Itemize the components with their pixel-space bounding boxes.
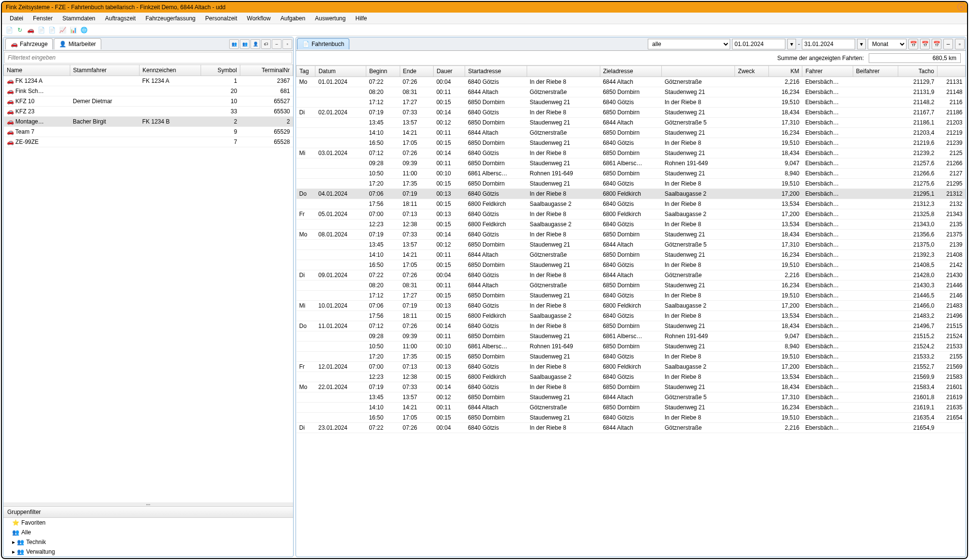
menu-auswertung[interactable]: Auswertung bbox=[310, 14, 350, 23]
btn-max[interactable]: ▫ bbox=[282, 39, 292, 49]
menu-stammdaten[interactable]: Stammdaten bbox=[58, 14, 100, 23]
trip-col-5[interactable]: Startadresse bbox=[465, 66, 527, 77]
date-to[interactable] bbox=[802, 39, 855, 49]
menu-datei[interactable]: Datei bbox=[5, 14, 28, 23]
tab-mitarbeiter[interactable]: 👤Mitarbeiter bbox=[54, 38, 101, 49]
trip-row[interactable]: 13:4513:5700:126850 DornbirnStaudenweg 2… bbox=[297, 118, 966, 128]
period-select[interactable]: Monat bbox=[868, 39, 906, 49]
trip-row[interactable]: Mo22.01.202407:1907:3300:146840 GötzisIn… bbox=[297, 382, 966, 392]
col-TerminalNr[interactable]: TerminalNr bbox=[240, 65, 293, 76]
vehicle-row[interactable]: 🚗 Team 7965529 bbox=[4, 127, 293, 137]
trip-row[interactable]: Di23.01.202407:2207:2600:046840 GötzisIn… bbox=[297, 423, 966, 433]
trip-col-0[interactable]: Tag bbox=[297, 66, 315, 77]
trip-row[interactable]: 17:2017:3500:156850 DornbirnStaudenweg 2… bbox=[297, 352, 966, 362]
trip-row[interactable]: 17:1217:2700:156850 DornbirnStaudenweg 2… bbox=[297, 291, 966, 301]
vehicle-table[interactable]: NameStammfahrerKennzeichenSymbolTerminal… bbox=[3, 64, 293, 147]
trip-row[interactable]: Mo01.01.202407:2207:2600:046840 GötzisIn… bbox=[297, 77, 966, 87]
group-verwaltung[interactable]: ▸ 👥 Verwaltung bbox=[3, 547, 293, 557]
cal-prev-icon[interactable]: 📅 bbox=[920, 39, 930, 49]
vehicle-row[interactable]: 🚗 KFZ 233365530 bbox=[4, 107, 293, 117]
titlebar[interactable]: Fink Zeitsysteme - FZE - Fahrtenbuch tab… bbox=[2, 2, 967, 13]
expand-icon[interactable]: ▫ bbox=[955, 39, 965, 49]
tab-fahrtenbuch[interactable]: 📄Fahrtenbuch bbox=[297, 38, 349, 49]
filter-input[interactable] bbox=[4, 52, 292, 63]
group-technik[interactable]: ▸ 👥 Technik bbox=[3, 537, 293, 547]
trip-col-13[interactable]: Tacho bbox=[898, 66, 937, 77]
trip-row[interactable]: 08:2008:3100:116844 AltachGötznerstraße6… bbox=[297, 280, 966, 291]
trip-row[interactable]: Do04.01.202407:0607:1900:136840 GötzisIn… bbox=[297, 189, 966, 199]
trip-col-6[interactable] bbox=[527, 66, 600, 77]
group-favoriten[interactable]: ⭐ Favoriten bbox=[3, 518, 293, 528]
trip-row[interactable]: Fr12.01.202407:0007:1300:136840 GötzisIn… bbox=[297, 362, 966, 372]
vehicle-row[interactable]: 🚗 Montage…Bacher BirgitFK 1234 B22 bbox=[4, 117, 293, 127]
trip-col-14[interactable] bbox=[937, 66, 965, 77]
trip-row[interactable]: Fr05.01.202407:0007:1300:136840 GötzisIn… bbox=[297, 209, 966, 219]
col-Symbol[interactable]: Symbol bbox=[201, 65, 240, 76]
trip-row[interactable]: 17:5618:1100:156800 FeldkirchSaalbaugass… bbox=[297, 311, 966, 321]
vehicle-row[interactable]: 🚗 Fink Sch…20681 bbox=[4, 86, 293, 96]
trip-col-10[interactable]: KM bbox=[768, 66, 802, 77]
trip-row[interactable]: 14:1014:2100:116844 AltachGötznerstraße6… bbox=[297, 250, 966, 260]
btn-person[interactable]: 👤 bbox=[250, 39, 260, 49]
trip-row[interactable]: Di09.01.202407:2207:2600:046840 GötzisIn… bbox=[297, 270, 966, 280]
btn-tag[interactable]: 🏷 bbox=[261, 39, 271, 49]
vehicle-row[interactable]: 🚗 ZE-99ZE765528 bbox=[4, 137, 293, 147]
doc-icon[interactable]: 📄 bbox=[37, 26, 46, 34]
trip-col-4[interactable]: Dauer bbox=[434, 66, 465, 77]
trip-row[interactable]: 17:5618:1100:156800 FeldkirchSaalbaugass… bbox=[297, 199, 966, 209]
trip-col-8[interactable] bbox=[662, 66, 735, 77]
date-from[interactable] bbox=[732, 39, 785, 49]
vehicle-row[interactable]: 🚗 FK 1234 AFK 1234 A12367 bbox=[4, 76, 293, 86]
trip-row[interactable]: 09:2809:3900:116850 DornbirnStaudenweg 2… bbox=[297, 331, 966, 342]
trip-row[interactable]: 13:4513:5700:126850 DornbirnStaudenweg 2… bbox=[297, 240, 966, 250]
col-Name[interactable]: Name bbox=[4, 65, 70, 76]
trip-col-1[interactable]: Datum bbox=[315, 66, 366, 77]
menu-hilfe[interactable]: Hilfe bbox=[350, 14, 372, 23]
trip-col-9[interactable]: Zweck bbox=[735, 66, 769, 77]
trip-col-3[interactable]: Ende bbox=[400, 66, 434, 77]
trip-row[interactable]: 14:1014:2100:116844 AltachGötznerstraße6… bbox=[297, 128, 966, 138]
globe-icon[interactable]: 🌐 bbox=[79, 26, 88, 34]
trip-row[interactable]: Di02.01.202407:1907:3300:146840 GötzisIn… bbox=[297, 108, 966, 118]
cal-today-icon[interactable]: 📅 bbox=[908, 39, 918, 49]
trip-row[interactable]: 10:5011:0000:106861 Albersc…Rohnen 191-6… bbox=[297, 342, 966, 352]
menu-fenster[interactable]: Fenster bbox=[28, 14, 58, 23]
col-Stammfahrer[interactable]: Stammfahrer bbox=[70, 65, 139, 76]
vehicle-row[interactable]: 🚗 KFZ 10Demer Dietmar1065527 bbox=[4, 96, 293, 107]
trip-row[interactable]: 09:2809:3900:116850 DornbirnStaudenweg 2… bbox=[297, 158, 966, 169]
trip-row[interactable]: 10:5011:0000:106861 Albersc…Rohnen 191-6… bbox=[297, 169, 966, 179]
trip-row[interactable]: Mi03.01.202407:1207:2600:146840 GötzisIn… bbox=[297, 148, 966, 158]
tab-fahrzeuge[interactable]: 🚗Fahrzeuge bbox=[5, 38, 53, 49]
menu-personalzeit[interactable]: Personalzeit bbox=[201, 14, 242, 23]
date-from-down[interactable]: ▾ bbox=[787, 39, 796, 49]
col-Kennzeichen[interactable]: Kennzeichen bbox=[140, 65, 201, 76]
trip-row[interactable]: 14:1014:2100:116844 AltachGötznerstraße6… bbox=[297, 403, 966, 413]
close-icon[interactable]: ✕ bbox=[957, 3, 965, 11]
trip-row[interactable]: 08:2008:3100:116844 AltachGötznerstraße6… bbox=[297, 87, 966, 97]
cal-next-icon[interactable]: 📅 bbox=[932, 39, 941, 49]
menu-auftragszeit[interactable]: Auftragszeit bbox=[100, 14, 141, 23]
bar-chart-icon[interactable]: 📊 bbox=[69, 26, 78, 34]
group-alle[interactable]: 👥 Alle bbox=[3, 528, 293, 537]
refresh-icon[interactable]: ↻ bbox=[16, 26, 24, 34]
trip-row[interactable]: 13:4513:5700:126850 DornbirnStaudenweg 2… bbox=[297, 392, 966, 403]
trip-col-2[interactable]: Beginn bbox=[366, 66, 400, 77]
trip-row[interactable]: Mo08.01.202407:1907:3300:146840 GötzisIn… bbox=[297, 230, 966, 240]
trip-row[interactable]: 12:2312:3800:156800 FeldkirchSaalbaugass… bbox=[297, 219, 966, 230]
date-to-down[interactable]: ▾ bbox=[857, 39, 866, 49]
trip-row[interactable]: 16:5017:0500:156850 DornbirnStaudenweg 2… bbox=[297, 138, 966, 148]
trip-col-7[interactable]: Zieladresse bbox=[600, 66, 662, 77]
trip-row[interactable]: 17:1217:2700:156850 DornbirnStaudenweg 2… bbox=[297, 97, 966, 108]
trip-row[interactable]: 16:5017:0500:156850 DornbirnStaudenweg 2… bbox=[297, 413, 966, 423]
collapse-icon[interactable]: – bbox=[943, 39, 953, 49]
btn-people1[interactable]: 👥 bbox=[229, 39, 239, 49]
trip-table[interactable]: TagDatumBeginnEndeDauerStartadresseZiela… bbox=[296, 65, 966, 433]
trip-col-11[interactable]: Fahrer bbox=[802, 66, 853, 77]
pdf-icon[interactable]: 📄 bbox=[5, 26, 14, 34]
splitter[interactable]: ▪▪▪ bbox=[3, 502, 293, 506]
menu-fahrzeugerfassung[interactable]: Fahrzeugerfassung bbox=[141, 14, 200, 23]
car-icon[interactable]: 🚗 bbox=[26, 26, 35, 34]
trip-row[interactable]: 17:2017:3500:156850 DornbirnStaudenweg 2… bbox=[297, 179, 966, 189]
menu-workflow[interactable]: Workflow bbox=[242, 14, 276, 23]
trip-row[interactable]: 16:5017:0500:156850 DornbirnStaudenweg 2… bbox=[297, 260, 966, 270]
